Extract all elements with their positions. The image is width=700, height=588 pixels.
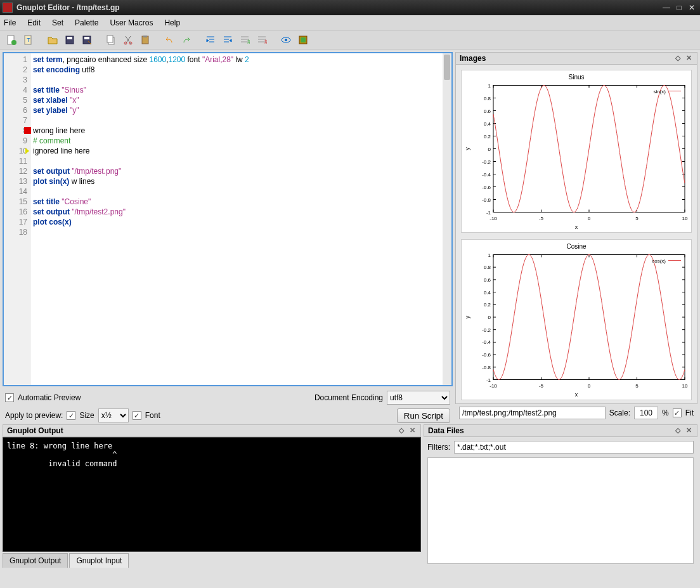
run-button[interactable] [295,32,311,48]
comment-button[interactable]: # [237,32,252,48]
fit-label: Fit [685,408,694,417]
image-path-field[interactable] [459,407,606,419]
preview-button[interactable] [278,32,294,48]
svg-rect-19 [301,37,306,42]
code-line[interactable]: wrong line here [33,126,449,136]
encoding-label: Document Encoding [314,393,383,402]
images-detach-icon[interactable]: ◇ [673,54,682,63]
code-editor[interactable]: 123456789101112131415161718 set term, pn… [3,52,453,386]
unindent-button[interactable] [220,32,235,48]
code-line[interactable]: set title "Sinus" [33,85,449,95]
maximize-button[interactable]: □ [673,3,685,13]
paste-button[interactable] [138,32,153,48]
datafiles-detach-icon[interactable]: ◇ [673,426,682,435]
code-line[interactable] [33,227,449,237]
tab-gnuplot-input[interactable]: Gnuplot Input [69,553,129,568]
svg-text:0.4: 0.4 [484,121,491,127]
output-close-icon[interactable]: ✕ [408,426,417,435]
datafiles-title: Data Files [428,426,464,435]
new-template-button[interactable]: T [21,32,36,48]
apply-label: Apply to preview: [5,411,63,420]
close-button[interactable]: ✕ [686,3,697,13]
fit-checkbox[interactable] [673,408,682,417]
copy-button[interactable] [103,32,119,48]
editor-scrollbar[interactable] [443,53,451,385]
size-select[interactable]: x½ [98,408,129,422]
scale-input[interactable] [634,407,658,419]
code-line[interactable]: set ylabel "y" [33,105,449,115]
code-line[interactable] [33,115,449,126]
menu-file[interactable]: File [4,18,16,27]
size-checkbox[interactable] [67,411,75,420]
svg-text:Sinus: Sinus [568,74,584,81]
menu-set[interactable]: Set [52,18,63,27]
svg-text:-1: -1 [486,377,491,383]
new-button[interactable] [4,32,19,48]
code-area[interactable]: set term, pngcairo enhanced size 1600,12… [30,53,451,385]
svg-text:-5: -5 [539,216,544,221]
encoding-select[interactable]: utf8 [387,391,450,405]
svg-point-17 [285,39,287,41]
images-body: Sinus-1-0.8-0.6-0.4-0.200.20.40.60.81-10… [455,65,697,404]
code-line[interactable] [33,156,449,166]
code-line[interactable] [33,186,449,197]
output-detach-icon[interactable]: ◇ [397,426,406,435]
svg-rect-5 [67,37,72,39]
menu-palette[interactable]: Palette [75,18,98,27]
save-as-button[interactable] [79,32,94,48]
filters-input[interactable] [454,441,694,454]
code-line[interactable]: set output "/tmp/test2.png" [33,207,449,217]
svg-text:0.2: 0.2 [484,302,491,308]
code-line[interactable]: set encoding utf8 [33,65,449,75]
run-script-button[interactable]: Run Script [397,408,450,423]
svg-text:-0.2: -0.2 [482,159,491,165]
app-icon [3,3,13,13]
svg-text:0: 0 [488,315,491,320]
output-terminal[interactable]: line 8: wrong line here ^ invalid comman… [3,437,421,552]
svg-text:-0.6: -0.6 [482,185,491,190]
uncomment-button[interactable]: # [254,32,269,48]
svg-text:-0.4: -0.4 [482,339,491,345]
svg-text:T: T [27,37,30,43]
svg-text:-0.6: -0.6 [482,352,491,358]
svg-text:0: 0 [488,147,491,152]
code-line[interactable]: plot cos(x) [33,217,449,227]
code-line[interactable] [33,75,449,85]
code-line[interactable]: # comment [33,136,449,146]
svg-text:sin(x): sin(x) [653,89,666,95]
minimize-button[interactable]: — [661,3,672,13]
menu-help[interactable]: Help [164,18,180,27]
code-line[interactable]: set title "Cosine" [33,197,449,207]
font-checkbox[interactable] [133,411,141,420]
code-line[interactable]: set term, pngcairo enhanced size 1600,12… [33,55,449,65]
undo-button[interactable] [162,32,177,48]
svg-text:y: y [464,147,470,150]
svg-rect-13 [143,36,147,37]
svg-text:0: 0 [588,383,591,389]
code-line[interactable]: plot sin(x) w lines [33,176,449,186]
code-line[interactable]: set xlabel "x" [33,95,449,105]
svg-text:5: 5 [635,216,638,221]
tab-gnuplot-output[interactable]: Gnuplot Output [3,553,68,568]
redo-button[interactable] [179,32,194,48]
svg-text:0.2: 0.2 [484,134,491,140]
datafiles-close-icon[interactable]: ✕ [684,426,693,435]
datafiles-list[interactable] [427,457,694,564]
menu-edit[interactable]: Edit [27,18,41,27]
code-line[interactable]: set output "/tmp/test.png" [33,166,449,176]
size-label: Size [79,411,94,420]
menu-user-macros[interactable]: User Macros [110,18,153,27]
ignore-marker-icon [25,148,29,154]
images-close-icon[interactable]: ✕ [684,54,693,63]
auto-preview-checkbox[interactable] [5,393,14,402]
svg-text:-0.2: -0.2 [482,327,491,333]
svg-text:-0.8: -0.8 [482,197,491,203]
save-button[interactable] [62,32,77,48]
line-gutter: 123456789101112131415161718 [4,53,30,385]
cut-button[interactable] [120,32,136,48]
filters-label: Filters: [427,443,450,452]
output-title: Gnuplot Output [7,426,63,435]
indent-button[interactable] [203,32,218,48]
open-button[interactable] [45,32,60,48]
code-line[interactable]: ignored line here [33,146,449,156]
